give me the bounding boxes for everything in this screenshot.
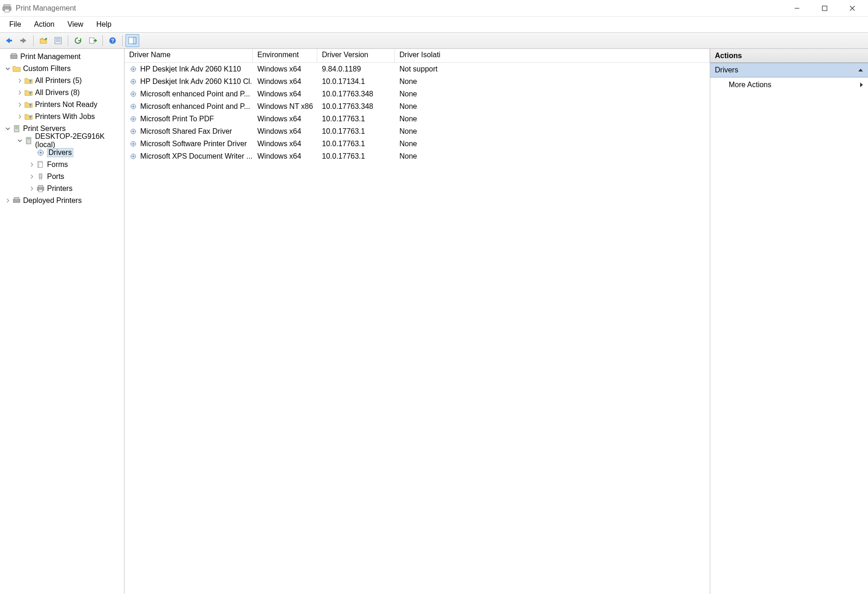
toolbar-separator (122, 35, 123, 46)
table-row[interactable]: Microsoft Print To PDFWindows x6410.0.17… (125, 113, 710, 125)
driver-icon (129, 90, 137, 98)
menu-help[interactable]: Help (90, 18, 118, 30)
actions-section-drivers[interactable]: Drivers (710, 63, 868, 77)
cell-environment: Windows x64 (253, 115, 317, 123)
tree-desktop-server[interactable]: DESKTOP-2EG916K (local) (0, 135, 124, 147)
help-button[interactable]: ? (106, 34, 119, 47)
svg-point-3 (9, 8, 10, 9)
tree-deployed-printers[interactable]: Deployed Printers (0, 195, 124, 207)
chevron-right-icon[interactable] (16, 101, 24, 109)
svg-rect-0 (4, 5, 10, 7)
maximize-button[interactable] (811, 0, 838, 17)
tree-label: Custom Filters (23, 65, 71, 73)
cell-environment: Windows x64 (253, 65, 317, 73)
column-driver-isolation[interactable]: Driver Isolati (395, 49, 710, 62)
driver-icon (129, 102, 137, 111)
expand-icon (1, 53, 9, 61)
table-row[interactable]: Microsoft XPS Document Writer ...Windows… (125, 150, 710, 162)
column-driver-name[interactable]: Driver Name (125, 49, 253, 62)
column-environment[interactable]: Environment (253, 49, 317, 62)
svg-rect-38 (14, 197, 19, 200)
forward-button[interactable] (17, 34, 30, 47)
expand-icon (28, 148, 36, 157)
chevron-right-icon[interactable] (16, 113, 24, 121)
svg-rect-9 (20, 40, 23, 42)
chevron-down-icon[interactable] (4, 125, 12, 133)
actions-more-actions[interactable]: More Actions (710, 77, 868, 92)
tree-custom-filters[interactable]: Custom Filters (0, 63, 124, 75)
chevron-down-icon[interactable] (16, 137, 24, 145)
tree-label: DESKTOP-2EG916K (local) (35, 132, 122, 149)
svg-text:?: ? (111, 38, 114, 43)
svg-point-50 (132, 131, 134, 132)
table-row[interactable]: Microsoft enhanced Point and P...Windows… (125, 88, 710, 100)
driver-icon (129, 152, 137, 160)
minimize-button[interactable] (783, 0, 811, 17)
cell-driver-name: Microsoft Shared Fax Driver (140, 127, 232, 136)
printer-icon (12, 196, 21, 205)
tree-printers-with-jobs[interactable]: Printers With Jobs (0, 111, 124, 123)
up-button[interactable] (36, 34, 50, 47)
tree-all-drivers[interactable]: All Drivers (8) (0, 87, 124, 99)
chevron-right-icon[interactable] (28, 160, 36, 169)
chevron-right-icon (860, 82, 863, 88)
collapse-up-icon (858, 68, 863, 72)
menu-view[interactable]: View (61, 18, 89, 30)
svg-rect-2 (5, 9, 9, 12)
svg-point-28 (40, 152, 42, 154)
chevron-right-icon[interactable] (16, 89, 24, 97)
menu-action[interactable]: Action (28, 18, 61, 30)
svg-point-42 (132, 81, 134, 83)
cell-driver-name: Microsoft XPS Document Writer ... (140, 152, 252, 160)
column-driver-version[interactable]: Driver Version (317, 49, 395, 62)
server-icon (24, 136, 33, 145)
svg-rect-5 (822, 6, 827, 11)
chevron-right-icon[interactable] (4, 196, 12, 205)
svg-rect-8 (9, 40, 12, 42)
cell-environment: Windows x64 (253, 77, 317, 86)
svg-rect-11 (55, 37, 61, 44)
tree-label: Deployed Printers (23, 196, 82, 205)
chevron-right-icon[interactable] (28, 184, 36, 193)
show-actions-button[interactable] (125, 34, 139, 47)
cell-driver-version: 10.0.17134.1 (317, 77, 395, 86)
list-body: HP Deskjet Ink Adv 2060 K110Windows x649… (125, 63, 710, 594)
folder-icon (12, 64, 21, 73)
svg-point-48 (132, 118, 134, 120)
table-row[interactable]: HP Deskjet Ink Adv 2060 K110Windows x649… (125, 63, 710, 75)
tree-printers[interactable]: Printers (0, 183, 124, 195)
menu-file[interactable]: File (3, 18, 28, 30)
chevron-down-icon[interactable] (4, 65, 12, 73)
tree-ports[interactable]: Ports (0, 171, 124, 183)
svg-rect-31 (39, 174, 42, 178)
tree-printers-not-ready[interactable]: Printers Not Ready (0, 99, 124, 111)
cell-driver-name: Microsoft enhanced Point and P... (140, 102, 250, 111)
table-row[interactable]: HP Deskjet Ink Adv 2060 K110 Cl...Window… (125, 75, 710, 88)
table-row[interactable]: Microsoft Software Printer DriverWindows… (125, 137, 710, 150)
refresh-button[interactable] (71, 34, 85, 47)
chevron-right-icon[interactable] (16, 77, 24, 85)
cell-driver-name: Microsoft Print To PDF (140, 115, 214, 123)
table-row[interactable]: Microsoft Shared Fax DriverWindows x6410… (125, 125, 710, 137)
table-row[interactable]: Microsoft enhanced Point and P...Windows… (125, 100, 710, 113)
export-button[interactable] (86, 34, 100, 47)
printer-icon (36, 184, 45, 193)
svg-rect-15 (89, 38, 94, 43)
chevron-right-icon[interactable] (28, 172, 36, 181)
server-icon (12, 124, 21, 133)
tree-label: All Printers (5) (35, 77, 82, 85)
tree-label: Print Management (20, 53, 81, 61)
toolbar-separator (102, 35, 103, 46)
svg-point-46 (132, 106, 134, 107)
back-button[interactable] (2, 34, 16, 47)
driver-icon (129, 115, 137, 123)
svg-point-44 (132, 93, 134, 95)
tree-root[interactable]: Print Management (0, 51, 124, 63)
tree-forms[interactable]: Forms (0, 159, 124, 171)
properties-button[interactable] (51, 34, 65, 47)
tree-panel: Print Management Custom Filters All Prin… (0, 49, 125, 594)
close-button[interactable] (838, 0, 866, 17)
actions-section-label: Drivers (715, 66, 738, 74)
tree-all-printers[interactable]: All Printers (5) (0, 75, 124, 87)
filter-icon (24, 112, 33, 121)
